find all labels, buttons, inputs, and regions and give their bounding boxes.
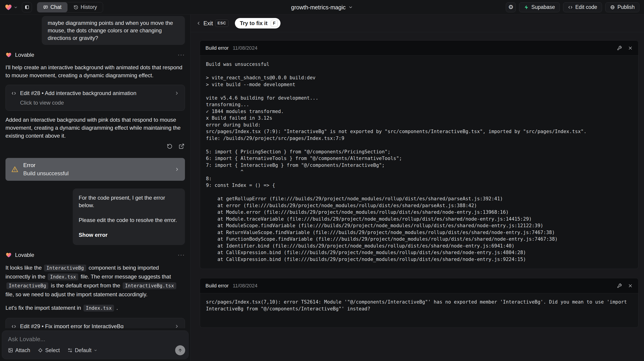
assistant-name: Lovable	[15, 52, 34, 58]
f-key-badge: F	[271, 20, 278, 27]
edit-code-button[interactable]: Edit code	[563, 2, 602, 12]
select-element-button[interactable]: Select	[38, 347, 60, 354]
edit-card-29[interactable]: Edit #29 • Fix import error for Interact…	[6, 318, 185, 328]
attach-button[interactable]: Attach	[8, 347, 30, 354]
build-error-panel-2: Build error 11/08/2024 src/pages/Index.t…	[200, 278, 638, 328]
user-message-line: Please edit the code to resolve the erro…	[79, 216, 179, 224]
lovable-heart-icon	[6, 52, 12, 58]
close-icon[interactable]	[628, 283, 633, 288]
supabase-button[interactable]: Supabase	[519, 2, 560, 12]
build-error-panel-1: Build error 11/08/2024 Build was unsucce…	[200, 40, 638, 269]
edit-card-row: Edit #28 • Add interactive background an…	[11, 90, 179, 96]
chevron-left-icon	[196, 21, 201, 26]
lovable-heart-icon	[6, 252, 12, 258]
error-mode-header: Exit ESC Try to fix it F	[191, 14, 644, 32]
exit-button[interactable]: Exit ESC	[196, 19, 228, 27]
user-message: For the code present, I get the error be…	[73, 188, 185, 245]
gear-icon: ⚙	[508, 4, 513, 11]
restore-version-icon[interactable]	[167, 143, 173, 149]
panel-title: Build error	[206, 283, 228, 289]
assistant-name: Lovable	[15, 252, 34, 258]
editor-panel: Exit ESC Try to fix it F Build error 11/…	[191, 14, 644, 361]
main-split: maybe diagramming points and when you mo…	[0, 14, 644, 361]
select-label: Select	[45, 347, 60, 354]
chevron-right-icon	[174, 324, 179, 328]
message-menu-button[interactable]: ···	[178, 251, 185, 258]
panel-date: 11/08/2024	[232, 283, 257, 289]
project-name: growth-metrics-magic	[291, 4, 346, 10]
chevron-down-icon	[94, 349, 98, 352]
project-switcher[interactable]: growth-metrics-magic	[291, 4, 353, 10]
chat-input[interactable]: Ask Lovable... Attach Select Default	[2, 331, 188, 359]
publish-button[interactable]: Publish	[605, 2, 640, 12]
warning-triangle-icon	[11, 165, 19, 173]
supabase-bolt-icon	[524, 5, 529, 10]
attach-label: Attach	[15, 347, 30, 354]
error-card-texts: Error Build unsuccessful	[23, 162, 69, 177]
chevron-right-icon	[174, 167, 180, 172]
edit-card-28[interactable]: Edit #28 • Add interactive background an…	[6, 85, 185, 111]
composer-toolbar: Attach Select Default	[8, 345, 185, 355]
settings-button[interactable]: ⚙	[506, 2, 516, 12]
assistant-text: Let's fix the import statement in Index.…	[6, 304, 185, 313]
supabase-label: Supabase	[531, 4, 555, 10]
app-window: Chat History growth-metrics-magic ⚙ Supa…	[0, 0, 644, 361]
image-icon	[8, 348, 13, 353]
user-message-line: For the code present, I get the error be…	[79, 194, 179, 209]
open-external-icon[interactable]	[178, 143, 184, 149]
user-message: maybe diagramming points and when you mo…	[42, 16, 185, 45]
mode-dropdown[interactable]: Default	[68, 347, 98, 354]
message-menu-button[interactable]: ···	[178, 51, 185, 58]
wrench-icon[interactable]	[617, 45, 622, 51]
code-brackets-icon	[568, 5, 573, 10]
panel-actions	[617, 45, 633, 51]
error-panels: Build error 11/08/2024 Build was unsucce…	[191, 32, 644, 361]
exit-label: Exit	[204, 20, 213, 27]
chat-bubble-icon	[43, 5, 48, 10]
wrench-icon[interactable]	[617, 283, 622, 288]
close-icon[interactable]	[628, 45, 633, 51]
toggle-sidebar-button[interactable]	[22, 2, 32, 12]
message-actions	[6, 143, 185, 149]
assistant-text: Added an interactive background with pin…	[6, 116, 185, 140]
build-error-card[interactable]: Error Build unsuccessful	[6, 158, 185, 181]
assistant-text: It looks like the InteractiveBg componen…	[6, 264, 185, 299]
code-brackets-icon	[11, 324, 16, 329]
tab-chat[interactable]: Chat	[37, 2, 68, 12]
lovable-heart-icon	[4, 4, 12, 11]
chat-message-list: maybe diagramming points and when you mo…	[0, 14, 190, 328]
crosshair-icon	[38, 348, 43, 353]
publish-label: Publish	[618, 4, 635, 10]
globe-icon	[610, 5, 615, 10]
edit-card-row: Edit #29 • Fix import error for Interact…	[11, 323, 179, 328]
panel-title: Build error	[206, 45, 228, 51]
topbar-actions: ⚙ Supabase Edit code Publish	[506, 2, 640, 12]
try-to-fix-button[interactable]: Try to fix it F	[235, 18, 280, 28]
chat-panel: maybe diagramming points and when you mo…	[0, 14, 191, 361]
error-card-subtitle: Build unsuccessful	[23, 170, 69, 177]
assistant-header: Lovable ···	[6, 51, 185, 58]
tab-chat-label: Chat	[50, 4, 62, 10]
edit-card-subtitle: Click to view code	[20, 100, 179, 106]
tab-history[interactable]: History	[68, 2, 103, 12]
panel-left-icon	[24, 4, 30, 10]
assistant-header: Lovable ···	[6, 251, 185, 258]
lovable-logo-menu[interactable]	[4, 4, 18, 11]
send-button[interactable]	[175, 345, 185, 355]
build-log: Build was unsuccessful > vite_react_shad…	[200, 56, 638, 269]
error-card-title: Error	[23, 162, 69, 168]
panel-date: 11/08/2024	[232, 45, 257, 51]
tab-history-label: History	[81, 4, 97, 10]
edit-code-label: Edit code	[575, 4, 597, 10]
show-error-link[interactable]: Show error	[79, 231, 179, 239]
sliders-icon	[68, 348, 72, 353]
build-log: src/pages/Index.tsx(7,10): error TS2614:…	[200, 293, 638, 328]
history-icon	[74, 5, 78, 10]
try-to-fix-label: Try to fix it	[240, 20, 268, 26]
edit-card-title: Edit #28 • Add interactive background an…	[20, 90, 136, 96]
code-brackets-icon	[11, 91, 16, 96]
top-bar: Chat History growth-metrics-magic ⚙ Supa…	[0, 0, 644, 14]
chevron-right-icon	[174, 91, 179, 96]
chevron-down-icon	[14, 5, 18, 9]
edit-card-title: Edit #29 • Fix import error for Interact…	[20, 323, 124, 328]
